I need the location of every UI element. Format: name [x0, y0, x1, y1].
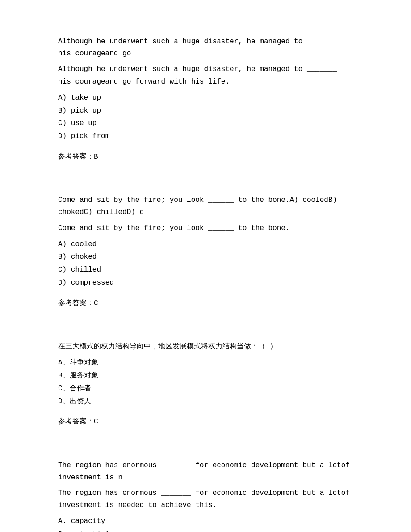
- q19-options: A. capacity B. potential C. possession D…: [58, 515, 353, 532]
- q18-options: A、斗争对象 B、服务对象 C、合作者 D、出资人: [58, 356, 353, 408]
- question-19: The region has enormous _______ for econ…: [58, 460, 353, 532]
- q16-option-c: C) use up: [58, 117, 353, 130]
- q18-option-a: A、斗争对象: [58, 356, 353, 369]
- q18-option-b: B、服务对象: [58, 369, 353, 382]
- q18-answer: 参考答案：C: [58, 416, 353, 428]
- question-17: Come and sit by the fire; you look _____…: [58, 194, 353, 310]
- q17-text-line2: Come and sit by the fire; you look _____…: [58, 222, 353, 235]
- q18-text-line1: 在三大模式的权力结构导向中，地区发展模式将权力结构当做：（ ）: [58, 341, 353, 353]
- q19-option-a: A. capacity: [58, 515, 353, 528]
- q18-option-c: C、合作者: [58, 382, 353, 395]
- q17-options: A) cooled B) choked C) chilled D) compre…: [58, 238, 353, 289]
- q16-option-d: D) pick from: [58, 130, 353, 143]
- q18-option-d: D、出资人: [58, 395, 353, 408]
- q17-option-b: B) choked: [58, 251, 353, 264]
- q16-text-line1: Although he underwent such a huge disast…: [58, 36, 353, 60]
- q16-options: A) take up B) pick up C) use up D) pick …: [58, 92, 353, 143]
- q19-text-line2: The region has enormous _______ for econ…: [58, 487, 353, 511]
- q17-option-c: C) chilled: [58, 264, 353, 276]
- q16-option-b: B) pick up: [58, 105, 353, 117]
- q16-answer: 参考答案：B: [58, 151, 353, 163]
- q17-option-d: D) compressed: [58, 276, 353, 289]
- q19-text-line1: The region has enormous _______ for econ…: [58, 460, 353, 484]
- questions-container: Although he underwent such a huge disast…: [58, 36, 353, 532]
- q16-option-a: A) take up: [58, 92, 353, 105]
- q16-text-line2: Although he underwent such a huge disast…: [58, 63, 353, 88]
- q17-answer: 参考答案：C: [58, 297, 353, 310]
- q19-option-b: B. potential: [58, 528, 353, 532]
- question-16: Although he underwent such a huge disast…: [58, 36, 353, 163]
- q17-option-a: A) cooled: [58, 238, 353, 251]
- q17-text-line1: Come and sit by the fire; you look _____…: [58, 194, 353, 218]
- question-18: 在三大模式的权力结构导向中，地区发展模式将权力结构当做：（ ） A、斗争对象 B…: [58, 341, 353, 428]
